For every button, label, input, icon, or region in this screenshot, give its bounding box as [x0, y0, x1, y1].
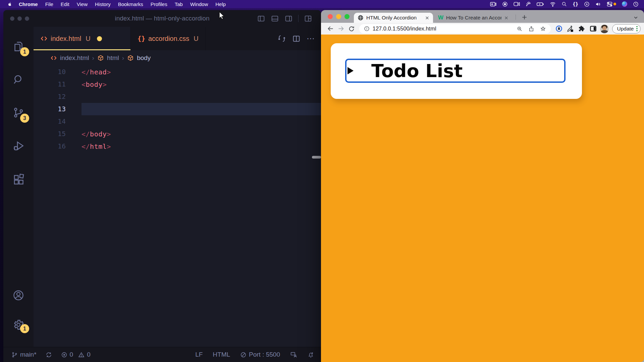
share-icon[interactable]	[528, 26, 534, 32]
more-actions-icon[interactable]: ⋯	[307, 34, 315, 43]
open-changes-icon[interactable]	[277, 34, 286, 43]
notifications-bell-icon[interactable]	[307, 351, 314, 358]
tab-index-html[interactable]: index.html U	[34, 27, 131, 50]
details-marker-icon[interactable]	[347, 67, 354, 74]
sync-icon[interactable]	[46, 352, 52, 358]
breadcrumb-file[interactable]: index.html	[60, 54, 89, 62]
eol-indicator[interactable]: LF	[195, 351, 203, 358]
menu-file[interactable]: File	[42, 1, 57, 7]
close-window-button[interactable]	[328, 14, 333, 19]
address-bar[interactable]: 127.0.0.1:5500/index.html	[359, 24, 551, 34]
menu-profiles[interactable]: Profiles	[147, 1, 171, 7]
line-content[interactable]	[82, 90, 321, 103]
line-content[interactable]	[82, 103, 321, 115]
control-center-icon[interactable]	[607, 2, 616, 7]
code-line-11[interactable]: 11<body>	[34, 78, 321, 90]
menu-help[interactable]: Help	[212, 1, 229, 7]
code-editor[interactable]: 10</head>11<body>12131415</body>16</html…	[34, 66, 321, 347]
siri-icon[interactable]	[622, 1, 627, 7]
zoom-window-button[interactable]	[25, 16, 29, 21]
clock-icon[interactable]	[633, 1, 639, 7]
line-content[interactable]: <body>	[82, 78, 321, 90]
line-content[interactable]: </body>	[82, 128, 321, 140]
search-icon[interactable]	[3, 63, 34, 96]
sash-handle[interactable]	[312, 156, 321, 159]
volume-icon[interactable]	[595, 2, 601, 7]
wifi-icon[interactable]	[550, 2, 556, 7]
site-info-icon[interactable]	[364, 26, 370, 32]
problems-status[interactable]: 0 0	[61, 351, 91, 358]
rocket-icon[interactable]	[526, 1, 531, 7]
battery-charging-icon[interactable]	[537, 2, 544, 6]
menu-tab[interactable]: Tab	[171, 1, 186, 7]
breadcrumb-node[interactable]: body	[137, 54, 151, 62]
code-braces-icon[interactable]: {}	[573, 1, 578, 7]
menu-bookmarks[interactable]: Bookmarks	[114, 1, 147, 7]
menu-chrome[interactable]: Chrome	[15, 1, 42, 7]
split-editor-icon[interactable]	[292, 35, 301, 43]
menu-view[interactable]: View	[73, 1, 91, 7]
close-tab-icon[interactable]	[425, 16, 429, 20]
live-server-port[interactable]: Port : 5500	[240, 351, 280, 358]
colorpicker-extension-icon[interactable]	[566, 24, 575, 33]
reload-button[interactable]	[347, 24, 356, 33]
toggle-sidebar-icon[interactable]	[257, 14, 265, 23]
chrome-menu-kebab-icon[interactable]	[636, 26, 638, 32]
git-branch-status[interactable]: main*	[11, 351, 37, 358]
url-text[interactable]: 127.0.0.1:5500/index.html	[373, 25, 514, 32]
language-mode[interactable]: HTML	[213, 351, 230, 358]
play-circle-icon[interactable]	[584, 1, 590, 7]
bookmark-star-icon[interactable]	[540, 26, 546, 32]
settings-gear-icon[interactable]: 1	[3, 310, 34, 340]
new-tab-button[interactable]	[520, 12, 529, 22]
record-icon[interactable]	[502, 1, 508, 7]
menu-edit[interactable]: Edit	[57, 1, 73, 7]
extensions-puzzle-icon[interactable]	[577, 24, 586, 33]
explorer-icon[interactable]: 1	[3, 29, 34, 63]
video-camera-icon[interactable]	[514, 2, 520, 6]
line-content[interactable]	[82, 115, 321, 128]
browser-tab-active[interactable]: HTML Only Accordion	[354, 13, 433, 23]
zoom-icon[interactable]	[517, 26, 523, 32]
extensions-icon[interactable]	[3, 162, 34, 195]
accounts-icon[interactable]	[3, 281, 34, 310]
remote-tunnels-icon[interactable]	[290, 351, 297, 358]
profile-avatar[interactable]	[600, 24, 608, 33]
side-panel-icon[interactable]	[589, 24, 597, 33]
customize-layout-icon[interactable]	[304, 14, 312, 23]
run-debug-icon[interactable]	[3, 129, 34, 162]
forward-button[interactable]	[337, 24, 345, 33]
screen-camera-icon[interactable]	[490, 2, 496, 7]
unsaved-dot-icon[interactable]	[97, 36, 102, 41]
update-chrome-button[interactable]: Update	[612, 24, 641, 34]
line-content[interactable]: </html>	[82, 140, 321, 153]
code-line-12[interactable]: 12	[34, 90, 321, 103]
close-window-button[interactable]	[10, 16, 14, 21]
code-line-16[interactable]: 16</html>	[34, 140, 321, 153]
menu-history[interactable]: History	[91, 1, 114, 7]
privacy-extension-icon[interactable]	[554, 24, 563, 33]
chrome-tab-strip[interactable]: HTML Only Accordion W How To Create an A…	[321, 10, 644, 23]
search-icon[interactable]	[561, 1, 567, 7]
minimize-window-button[interactable]	[336, 14, 341, 19]
code-line-15[interactable]: 15</body>	[34, 128, 321, 140]
line-content[interactable]: </head>	[82, 66, 321, 78]
tab-accordion-css[interactable]: {} accordion.css U	[131, 27, 206, 50]
back-button[interactable]	[326, 24, 335, 33]
tab-search-chevron-icon[interactable]	[633, 15, 639, 20]
source-control-icon[interactable]: 3	[3, 96, 34, 129]
code-line-14[interactable]: 14	[34, 115, 321, 128]
todo-accordion-summary[interactable]: Todo List	[345, 59, 566, 83]
menu-window[interactable]: Window	[186, 1, 212, 7]
code-line-13[interactable]: 13	[34, 103, 321, 115]
code-line-10[interactable]: 10</head>	[34, 66, 321, 78]
toggle-panel-icon[interactable]	[271, 14, 279, 23]
minimize-window-button[interactable]	[17, 16, 22, 21]
toggle-secondary-sidebar-icon[interactable]	[284, 14, 293, 23]
close-tab-icon[interactable]	[504, 16, 508, 20]
zoom-window-button[interactable]	[344, 14, 350, 19]
breadcrumb-node[interactable]: html	[107, 54, 119, 62]
apple-icon[interactable]	[7, 1, 12, 7]
browser-tab-inactive[interactable]: W How To Create an Accordion	[434, 13, 512, 23]
vscode-titlebar[interactable]: index.html — html-only-accordion	[3, 10, 321, 27]
